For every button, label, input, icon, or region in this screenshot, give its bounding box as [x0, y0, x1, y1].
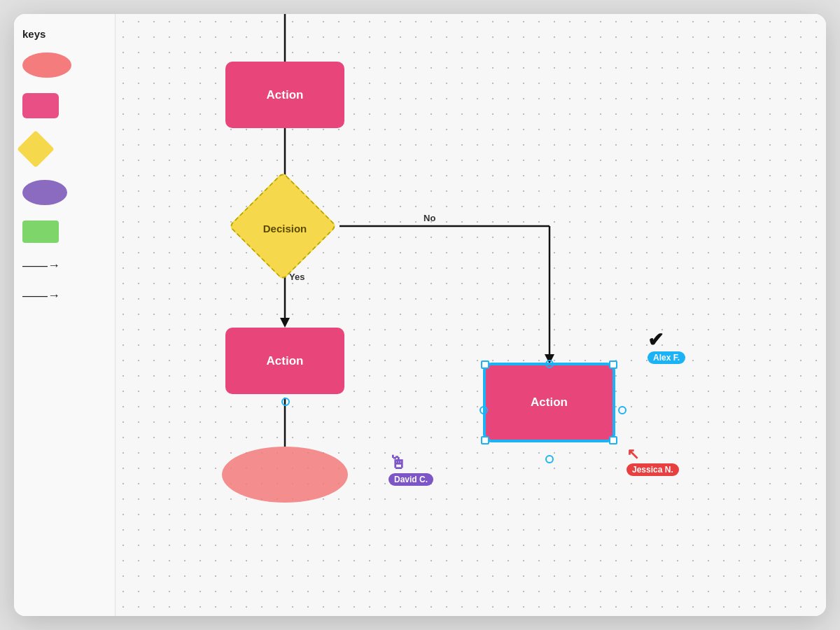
- handle-tl: [481, 360, 489, 369]
- action3-left-handle: [479, 406, 488, 414]
- action2-label: Action: [267, 354, 304, 368]
- oval-purple-shape: [22, 180, 67, 205]
- shape-arrow-2[interactable]: ——→: [22, 288, 60, 303]
- action2-node[interactable]: Action: [225, 328, 344, 394]
- shape-diamond[interactable]: [22, 134, 49, 164]
- decision-diamond-wrapper[interactable]: Decision: [244, 188, 326, 269]
- cursor-david-icon: 🖱: [388, 454, 407, 472]
- sidebar: keys ——→ ——→: [14, 14, 115, 616]
- yes-label: Yes: [289, 272, 304, 282]
- cursor-david-label: David C.: [388, 473, 433, 486]
- sidebar-shapes: ——→ ——→: [22, 52, 106, 303]
- action3-label: Action: [531, 396, 568, 410]
- shape-oval-purple[interactable]: [22, 180, 67, 205]
- action1-node[interactable]: Action: [225, 62, 344, 128]
- svg-marker-4: [280, 318, 290, 328]
- rect-pink-shape: [22, 93, 59, 118]
- oval-pink-shape: [22, 52, 71, 78]
- cursor-jessica-label: Jessica N.: [626, 463, 679, 476]
- diamond-shape: [17, 130, 55, 168]
- action2-bottom-handle: [281, 398, 290, 406]
- action3-top-handle: [545, 360, 554, 368]
- cursor-alex-label: Alex F.: [648, 351, 685, 364]
- action1-label: Action: [267, 88, 304, 102]
- no-label: No: [424, 213, 435, 223]
- handle-br: [609, 436, 617, 444]
- handle-tr: [609, 360, 617, 369]
- shape-arrow-1[interactable]: ——→: [22, 258, 60, 273]
- shape-rect-green[interactable]: [22, 220, 59, 243]
- cursor-jessica: ↖ Jessica N.: [626, 447, 679, 476]
- connector-overlay: [115, 14, 826, 616]
- action3-bottom-handle: [545, 455, 554, 463]
- ellipse-node[interactable]: [222, 447, 348, 503]
- action3-right-handle: [618, 406, 626, 414]
- sidebar-title: keys: [22, 28, 106, 40]
- canvas-area[interactable]: Action Decision Yes No Action Action: [115, 14, 826, 616]
- cursor-jessica-icon: ↖: [626, 447, 639, 462]
- handle-bl: [481, 436, 489, 444]
- shape-rect-pink[interactable]: [22, 93, 59, 118]
- rect-green-shape: [22, 220, 59, 243]
- decision-shape: [228, 172, 337, 281]
- cursor-alex: ✔ Alex F.: [648, 330, 685, 364]
- shape-oval-pink[interactable]: [22, 52, 71, 78]
- arrow-icon-2: ——→: [22, 288, 60, 303]
- cursor-david: 🖱 David C.: [388, 454, 433, 486]
- action3-node[interactable]: Action: [484, 364, 614, 441]
- app-window: keys ——→ ——→: [14, 14, 826, 616]
- arrow-icon-1: ——→: [22, 258, 60, 273]
- cursor-alex-icon: ✔: [648, 330, 664, 350]
